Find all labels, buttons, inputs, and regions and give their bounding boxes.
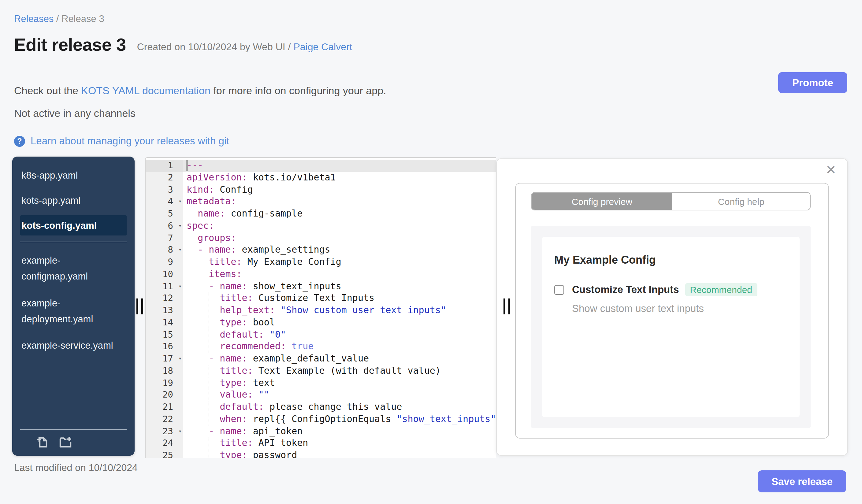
line-number[interactable]: 6▾: [146, 220, 183, 233]
git-releases-link[interactable]: Learn about managing your releases with …: [30, 135, 229, 147]
line-number[interactable]: 4▾: [146, 196, 183, 208]
indent-guide: [209, 401, 209, 413]
code-line-23[interactable]: 23▾ - name: api_token: [146, 425, 496, 438]
code-line-11[interactable]: 11▾ - name: show_text_inputs: [146, 280, 496, 293]
code-line-25[interactable]: 25 type: password: [146, 450, 496, 458]
code-line-20[interactable]: 20 value: "": [146, 389, 496, 401]
code-line-13[interactable]: 13 help_text: "Show custom user text inp…: [146, 305, 496, 317]
line-number[interactable]: 1: [146, 160, 183, 172]
code-line-1[interactable]: 1---: [146, 160, 496, 172]
code-line-4[interactable]: 4▾metadata:: [146, 196, 496, 208]
indent-guide: [209, 389, 209, 401]
code-text: default: "0": [183, 329, 496, 341]
line-number[interactable]: 7: [146, 232, 183, 244]
sidebar-item-kots-app.yaml[interactable]: kots-app.yaml: [20, 190, 127, 210]
code-line-18[interactable]: 18 title: Text Example (with default val…: [146, 365, 496, 377]
promote-button[interactable]: Promote: [778, 72, 847, 93]
line-number[interactable]: 11▾: [146, 280, 183, 293]
author-link[interactable]: Paige Calvert: [293, 42, 352, 52]
line-number[interactable]: 16: [146, 341, 183, 353]
channel-status: Not active in any channels: [14, 108, 135, 120]
code-line-24[interactable]: 24 title: API token: [146, 438, 496, 450]
new-folder-icon[interactable]: [58, 435, 73, 451]
indent-guide: [209, 377, 209, 389]
code-text: title: My Example Config: [183, 256, 496, 268]
sidebar-resize-handle[interactable]: [135, 299, 146, 314]
recommended-badge: Recommended: [685, 283, 757, 296]
code-line-21[interactable]: 21 default: please change this value: [146, 401, 496, 413]
file-list: k8s-app.yamlkots-app.yamlkots-config.yam…: [12, 165, 134, 355]
line-number[interactable]: 21: [146, 401, 183, 413]
line-number[interactable]: 3: [146, 184, 183, 196]
code-text: metadata:: [183, 196, 496, 208]
fold-toggle-icon[interactable]: ▾: [178, 196, 182, 208]
line-number[interactable]: 15: [146, 329, 183, 341]
save-release-button[interactable]: Save release: [758, 470, 846, 492]
line-number[interactable]: 8▾: [146, 244, 183, 256]
kots-yaml-doc-link[interactable]: KOTS YAML documentation: [81, 85, 210, 97]
code-line-19[interactable]: 19 type: text: [146, 377, 496, 389]
fold-toggle-icon[interactable]: ▾: [178, 425, 182, 438]
fold-toggle-icon[interactable]: ▾: [178, 220, 182, 233]
line-number[interactable]: 20: [146, 389, 183, 401]
preview-tab-bar: Config preview Config help: [531, 192, 811, 210]
line-number[interactable]: 22: [146, 413, 183, 426]
code-line-6[interactable]: 6▾spec:: [146, 220, 496, 233]
breadcrumb-link-releases[interactable]: Releases: [14, 13, 53, 24]
sidebar-item-kots-config.yaml[interactable]: kots-config.yaml: [20, 215, 127, 236]
line-number[interactable]: 12: [146, 293, 183, 305]
code-text: items:: [183, 268, 496, 281]
doc-suffix: for more info on configuring your app.: [210, 85, 386, 97]
line-number[interactable]: 23▾: [146, 425, 183, 438]
tab-config-preview[interactable]: Config preview: [532, 193, 672, 210]
code-line-16[interactable]: 16 recommended: true: [146, 341, 496, 353]
line-number[interactable]: 9: [146, 256, 183, 268]
fold-toggle-icon[interactable]: ▾: [178, 244, 182, 256]
code-line-9[interactable]: 9 title: My Example Config: [146, 256, 496, 268]
fold-toggle-icon[interactable]: ▾: [178, 353, 182, 365]
sidebar-item-k8s-app.yaml[interactable]: k8s-app.yaml: [20, 165, 127, 185]
tab-config-help[interactable]: Config help: [672, 193, 810, 210]
code-line-8[interactable]: 8▾ - name: example_settings: [146, 244, 496, 256]
code-line-10[interactable]: 10 items:: [146, 268, 496, 281]
code-line-3[interactable]: 3kind: Config: [146, 184, 496, 196]
line-number[interactable]: 2: [146, 172, 183, 184]
code-text: - name: example_settings: [183, 244, 496, 256]
code-line-7[interactable]: 7 groups:: [146, 232, 496, 244]
code-text: type: password: [183, 450, 496, 458]
new-file-icon[interactable]: [36, 435, 49, 451]
config-preview-panel: ✕ Config preview Config help My Example …: [496, 158, 848, 456]
indent-guide: [209, 341, 209, 353]
code-line-15[interactable]: 15 default: "0": [146, 329, 496, 341]
code-text: - name: api_token: [183, 425, 496, 438]
code-line-12[interactable]: 12 title: Customize Text Inputs: [146, 293, 496, 305]
last-modified-text: Last modified on 10/10/2024: [14, 462, 138, 474]
line-number[interactable]: 18: [146, 365, 183, 377]
line-number[interactable]: 5: [146, 208, 183, 220]
code-line-14[interactable]: 14 type: bool: [146, 317, 496, 329]
breadcrumb-separator: /: [53, 13, 62, 24]
line-number[interactable]: 14: [146, 317, 183, 329]
sidebar-item-example-configmap.yaml[interactable]: example-configmap.yaml: [20, 250, 127, 288]
close-icon[interactable]: ✕: [826, 164, 836, 177]
help-icon: ?: [14, 135, 25, 146]
code-text: when: repl{{ ConfigOptionEquals "show_te…: [183, 413, 496, 426]
line-number[interactable]: 19: [146, 377, 183, 389]
sidebar-item-example-service.yaml[interactable]: example-service.yaml: [20, 335, 127, 355]
code-line-22[interactable]: 22 when: repl{{ ConfigOptionEquals "show…: [146, 413, 496, 426]
line-number[interactable]: 10: [146, 268, 183, 281]
yaml-editor[interactable]: 1---2apiVersion: kots.io/v1beta13kind: C…: [145, 157, 496, 458]
line-number[interactable]: 25: [146, 450, 183, 458]
config-checkbox[interactable]: [554, 285, 564, 294]
code-line-5[interactable]: 5 name: config-sample: [146, 208, 496, 220]
sidebar-item-example-deployment.yaml[interactable]: example-deployment.yaml: [20, 292, 127, 330]
preview-resize-handle[interactable]: [502, 299, 513, 314]
fold-toggle-icon[interactable]: ▾: [178, 280, 182, 293]
line-number[interactable]: 24: [146, 438, 183, 450]
code-line-17[interactable]: 17▾ - name: example_default_value: [146, 353, 496, 365]
code-line-2[interactable]: 2apiVersion: kots.io/v1beta1: [146, 172, 496, 184]
line-number[interactable]: 13: [146, 305, 183, 317]
breadcrumb: Releases / Release 3: [14, 13, 104, 25]
preview-card: Config preview Config help My Example Co…: [515, 183, 829, 439]
line-number[interactable]: 17▾: [146, 353, 183, 365]
